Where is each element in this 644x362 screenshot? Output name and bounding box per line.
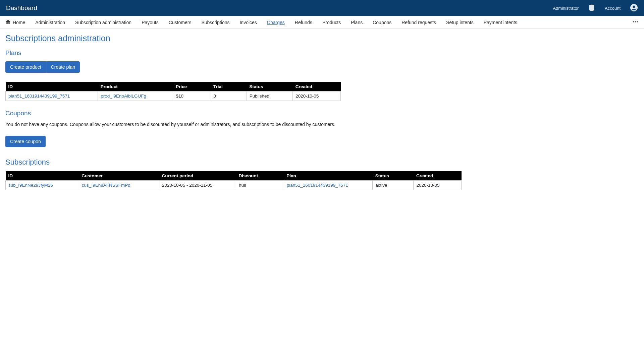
nav-administration[interactable]: Administration xyxy=(35,20,65,25)
plan-status-cell: Published xyxy=(247,92,293,101)
plans-heading: Plans xyxy=(5,49,639,57)
nav-subscription-administration[interactable]: Subscription administration xyxy=(75,20,131,25)
plans-col-created: Created xyxy=(293,82,341,92)
plans-col-trial: Trial xyxy=(211,82,247,92)
plans-col-product: Product xyxy=(98,82,173,92)
nav-home-label: Home xyxy=(13,20,25,25)
plan-product-link[interactable]: prod_I9EnoAibiLGUFg xyxy=(98,92,173,101)
sub-period-cell: 2020-10-05 - 2020-11-05 xyxy=(159,181,236,190)
sub-created-cell: 2020-10-05 xyxy=(414,181,462,190)
administrator-label[interactable]: Administrator xyxy=(553,6,579,11)
subs-col-created: Created xyxy=(414,171,462,181)
svg-point-5 xyxy=(637,21,638,22)
nav-home[interactable]: Home xyxy=(5,19,25,25)
coupons-empty-text: You do not have any coupons. Coupons all… xyxy=(5,122,639,127)
top-bar-right: Administrator Account xyxy=(553,4,638,13)
nav-refunds[interactable]: Refunds xyxy=(295,20,312,25)
subs-header-row: ID Customer Current period Discount Plan… xyxy=(6,171,462,181)
create-product-button[interactable]: Create product xyxy=(5,61,46,73)
nav-customers[interactable]: Customers xyxy=(169,20,192,25)
plan-price-cell: $10 xyxy=(173,92,211,101)
create-plan-button[interactable]: Create plan xyxy=(46,61,80,73)
main-content: Subscriptions administration Plans Creat… xyxy=(0,29,644,203)
subs-row: sub_I9EnNe29JfyM26 cus_I9En8AFNSSFmPd 20… xyxy=(6,181,462,190)
nav-plans[interactable]: Plans xyxy=(351,20,363,25)
nav-refund-requests[interactable]: Refund requests xyxy=(401,20,436,25)
plans-row: plan51_1601914439199_7571 prod_I9EnoAibi… xyxy=(6,92,341,101)
top-bar: Dashboard Administrator Account xyxy=(0,0,644,16)
account-label[interactable]: Account xyxy=(605,6,621,11)
plans-button-row: Create product Create plan xyxy=(5,61,639,73)
app-title: Dashboard xyxy=(6,4,553,12)
database-icon[interactable] xyxy=(588,4,595,12)
sub-status-cell: active xyxy=(373,181,414,190)
more-icon[interactable] xyxy=(632,18,639,26)
plans-col-id: ID xyxy=(6,82,98,92)
page-title: Subscriptions administration xyxy=(5,34,639,43)
subs-col-plan: Plan xyxy=(284,171,373,181)
plan-created-cell: 2020-10-05 xyxy=(293,92,341,101)
nav-bar: Home Administration Subscription adminis… xyxy=(0,16,644,29)
nav-subscriptions[interactable]: Subscriptions xyxy=(201,20,229,25)
nav-payment-intents[interactable]: Payment intents xyxy=(484,20,517,25)
subs-col-customer: Customer xyxy=(79,171,159,181)
nav-invoices[interactable]: Invoices xyxy=(239,20,257,25)
sub-discount-cell: null xyxy=(236,181,284,190)
plans-table: ID Product Price Trial Status Created pl… xyxy=(5,82,341,101)
plan-id-link[interactable]: plan51_1601914439199_7571 xyxy=(6,92,98,101)
account-icon[interactable] xyxy=(630,4,638,13)
plans-col-price: Price xyxy=(173,82,211,92)
home-icon xyxy=(5,19,11,25)
nav-products[interactable]: Products xyxy=(322,20,341,25)
svg-point-2 xyxy=(633,5,635,8)
subs-col-discount: Discount xyxy=(236,171,284,181)
nav-charges[interactable]: Charges xyxy=(267,20,285,25)
subs-col-status: Status xyxy=(373,171,414,181)
nav-payouts[interactable]: Payouts xyxy=(142,20,159,25)
subscriptions-heading: Subscriptions xyxy=(5,158,639,167)
nav-setup-intents[interactable]: Setup intents xyxy=(446,20,474,25)
sub-plan-link[interactable]: plan51_1601914439199_7571 xyxy=(284,181,373,190)
svg-point-3 xyxy=(633,21,634,22)
subs-col-period: Current period xyxy=(159,171,236,181)
nav-coupons[interactable]: Coupons xyxy=(373,20,391,25)
sub-id-link[interactable]: sub_I9EnNe29JfyM26 xyxy=(6,181,79,190)
plan-trial-cell: 0 xyxy=(211,92,247,101)
plans-header-row: ID Product Price Trial Status Created xyxy=(6,82,341,92)
svg-point-4 xyxy=(635,21,636,22)
sub-customer-link[interactable]: cus_I9En8AFNSSFmPd xyxy=(79,181,159,190)
coupons-heading: Coupons xyxy=(5,110,639,117)
subs-col-id: ID xyxy=(6,171,79,181)
create-coupon-button[interactable]: Create coupon xyxy=(5,136,46,147)
subscriptions-table: ID Customer Current period Discount Plan… xyxy=(5,171,462,190)
plans-col-status: Status xyxy=(247,82,293,92)
